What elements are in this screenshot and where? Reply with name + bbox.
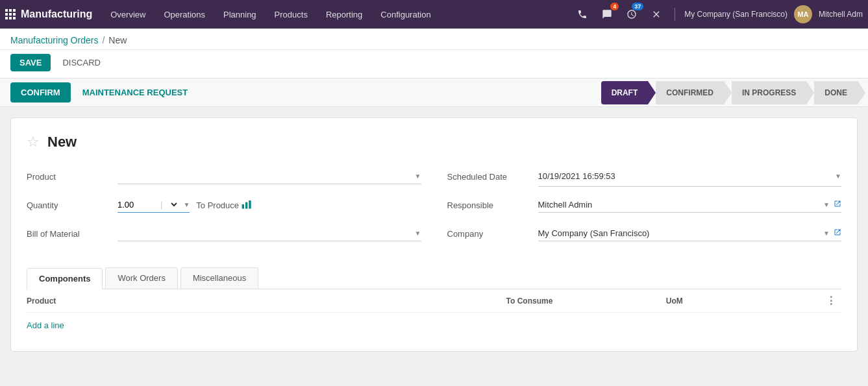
close-icon-button[interactable] [647,5,665,23]
product-label: Product [27,172,118,182]
company-value-wrapper: My Company (San Francisco) ▼ [538,226,842,241]
svg-rect-4 [9,13,12,16]
svg-rect-8 [13,17,16,19]
top-navigation: Manufacturing Overview Operations Planni… [0,0,868,29]
tab-work-orders[interactable]: Work Orders [105,267,177,289]
bom-select-wrapper: ▼ [118,226,421,241]
menu-item-overview[interactable]: Overview [103,6,153,23]
responsible-value-wrapper: Mitchell Admin ▼ [538,197,842,213]
form-left-column: Product ▼ Quantity [27,166,421,252]
save-button[interactable]: SAVE [10,54,51,71]
responsible-dropdown-arrow[interactable]: ▼ [823,201,830,208]
tabs-container: Components Work Orders Miscellaneous [27,267,841,289]
qty-divider: | [160,200,162,210]
svg-rect-9 [242,204,244,209]
bom-label: Bill of Material [27,229,118,239]
form-fields: Product ▼ Quantity [27,166,841,252]
quantity-input[interactable] [118,197,156,212]
form-title-row: ☆ New [27,134,841,151]
responsible-external-link-icon[interactable] [834,200,841,210]
svg-rect-1 [9,9,12,12]
nav-divider [675,8,675,21]
form-card: ☆ New Product ▼ [10,117,858,352]
menu-item-products[interactable]: Products [267,6,316,23]
company-dropdown-arrow[interactable]: ▼ [823,230,830,237]
col-header-product: Product [27,296,506,306]
discard-button[interactable]: DISCARD [56,54,107,71]
svg-rect-2 [13,9,16,12]
product-dropdown-arrow[interactable]: ▼ [415,173,421,180]
scheduled-date-wrapper: ▼ [538,166,842,187]
components-table: Product To Consume UoM ⋮ Add a line [27,289,841,335]
breadcrumb-parent[interactable]: Manufacturing Orders [10,35,98,45]
tabs-row: Components Work Orders Miscellaneous [27,267,841,289]
add-line-button[interactable]: Add a line [27,315,64,335]
bom-dropdown-arrow[interactable]: ▼ [415,230,421,237]
chat-icon-button[interactable]: 4 [598,5,616,23]
status-pipeline: DRAFT CONFIRMED IN PROGRESS DONE [601,81,858,104]
col-header-uom: UoM [666,296,826,306]
scheduled-date-dropdown-arrow[interactable]: ▼ [835,173,841,180]
uom-select[interactable] [166,199,179,210]
tab-components[interactable]: Components [27,268,103,289]
grid-menu-icon[interactable] [5,9,16,19]
to-produce-text: To Produce [196,200,239,210]
favorite-star-icon[interactable]: ☆ [27,134,40,151]
menu-item-configuration[interactable]: Configuration [373,6,438,23]
status-actions: CONFIRM MAINTENANCE REQUEST [10,82,601,103]
quantity-label: Quantity [27,200,118,210]
main-content: ☆ New Product ▼ [0,107,868,386]
main-menu: Overview Operations Planning Products Re… [103,6,573,23]
topnav-right: 4 37 My Company (San Francisco) MA Mitch… [573,5,863,23]
scheduled-date-label: Scheduled Date [447,172,538,182]
product-select-wrapper: ▼ [118,169,421,184]
svg-rect-11 [249,200,251,209]
maintenance-request-button[interactable]: MAINTENANCE REQUEST [76,82,195,103]
confirm-button[interactable]: CONFIRM [10,82,71,103]
menu-item-reporting[interactable]: Reporting [318,6,370,23]
bom-select[interactable] [118,228,415,238]
breadcrumb: Manufacturing Orders / New [0,29,868,50]
pipeline-step-confirmed[interactable]: CONFIRMED [656,81,724,104]
company-label: Company [447,229,538,239]
pipeline-step-done[interactable]: DONE [814,81,858,104]
pipeline-step-in-progress[interactable]: IN PROGRESS [732,81,806,104]
quantity-value: | ▼ To Produce [118,197,421,213]
form-right-column: Scheduled Date ▼ Responsible Mitchell Ad… [447,166,842,252]
col-header-toconsume: To Consume [506,296,666,306]
user-avatar[interactable]: MA [794,5,812,23]
company-external-link-icon[interactable] [834,228,841,238]
product-field-row: Product ▼ [27,166,421,187]
product-value: ▼ [118,169,421,184]
menu-item-operations[interactable]: Operations [156,6,213,23]
tab-miscellaneous[interactable]: Miscellaneous [180,267,258,289]
product-select[interactable] [118,171,415,181]
table-actions-menu: ⋮ [826,295,841,307]
company-text: My Company (San Francisco) [538,228,824,238]
scheduled-date-input[interactable] [538,169,836,184]
svg-rect-3 [5,13,8,16]
svg-rect-5 [13,13,16,16]
svg-rect-6 [5,17,8,19]
phone-icon-button[interactable] [573,5,591,23]
pipeline-step-draft[interactable]: DRAFT [601,81,649,104]
form-title: New [47,134,77,151]
scheduled-date-value: ▼ [538,166,842,187]
menu-item-planning[interactable]: Planning [216,6,264,23]
bom-value: ▼ [118,226,421,241]
app-logo[interactable]: Manufacturing [21,8,92,20]
scheduled-date-field-row: Scheduled Date ▼ [447,166,842,187]
timer-icon-button[interactable]: 37 [623,5,641,23]
uom-dropdown-arrow[interactable]: ▼ [183,201,190,208]
quantity-field-row: Quantity | ▼ To Produce [27,195,421,215]
timer-badge: 37 [632,3,643,10]
table-header: Product To Consume UoM ⋮ [27,289,841,313]
action-bar: SAVE DISCARD [0,50,868,78]
company-field-row: Company My Company (San Francisco) ▼ [447,223,842,244]
svg-rect-7 [9,17,12,19]
kebab-menu-icon[interactable]: ⋮ [826,295,836,306]
chart-icon[interactable] [242,200,252,211]
company-name: My Company (San Francisco) [684,10,787,19]
svg-rect-10 [245,202,247,208]
chat-badge: 4 [610,3,619,10]
